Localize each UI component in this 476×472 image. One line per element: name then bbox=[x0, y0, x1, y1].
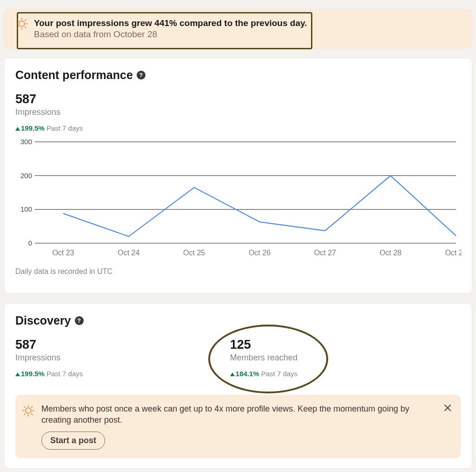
lightbulb-icon bbox=[22, 404, 35, 417]
svg-line-7 bbox=[25, 20, 26, 20]
svg-text:Oct 27: Oct 27 bbox=[314, 249, 336, 257]
svg-text:200: 200 bbox=[20, 172, 32, 179]
svg-text:0: 0 bbox=[28, 239, 32, 247]
stat-trend-period: Past 7 days bbox=[46, 370, 83, 378]
stat-trend-pct: 184.1% bbox=[236, 370, 259, 378]
discovery-card: Discovery ? 587 Impressions 199.5%Past 7… bbox=[4, 303, 472, 469]
start-a-post-button[interactable]: Start a post bbox=[41, 432, 105, 450]
svg-point-24 bbox=[26, 408, 31, 413]
caret-up-icon bbox=[15, 127, 20, 131]
section-title: Discovery bbox=[15, 314, 71, 327]
svg-point-0 bbox=[19, 21, 25, 27]
stat-label: Impressions bbox=[15, 107, 461, 117]
impressions-chart: 0100200300Oct 23Oct 24Oct 25Oct 26Oct 27… bbox=[15, 139, 461, 260]
stat-value: 587 bbox=[15, 92, 461, 106]
content-performance-card: Content performance ? 587 Impressions 19… bbox=[4, 58, 472, 294]
stat-trend-period: Past 7 days bbox=[261, 370, 298, 378]
lightbulb-icon bbox=[15, 17, 28, 30]
posting-tip-banner: Members who post once a week can get up … bbox=[15, 395, 461, 458]
content-performance-stat: 587 Impressions 199.5%Past 7 days bbox=[15, 92, 461, 132]
discovery-impressions-stat: 587 Impressions 199.5%Past 7 days bbox=[15, 338, 229, 385]
stat-value: 587 bbox=[15, 338, 229, 352]
caret-up-icon bbox=[15, 372, 20, 376]
banner-headline: Your post impressions grew 441% compared… bbox=[34, 18, 464, 28]
section-title: Content performance bbox=[15, 68, 133, 82]
stat-value: 125 bbox=[230, 338, 444, 352]
stat-trend: 199.5%Past 7 days bbox=[15, 124, 461, 132]
svg-line-8 bbox=[18, 27, 19, 28]
svg-line-6 bbox=[25, 27, 26, 28]
stat-trend-pct: 199.5% bbox=[21, 370, 45, 378]
svg-line-5 bbox=[18, 20, 19, 20]
help-icon[interactable]: ? bbox=[75, 316, 84, 325]
svg-text:Oct 23: Oct 23 bbox=[52, 249, 74, 257]
chart-note: Daily data is recorded in UTC bbox=[15, 267, 461, 276]
stat-trend: 199.5%Past 7 days bbox=[15, 370, 229, 378]
stat-trend: 184.1%Past 7 days bbox=[230, 370, 444, 378]
discovery-members-reached-stat: 125 Members reached 184.1%Past 7 days bbox=[229, 338, 444, 385]
impressions-growth-banner: Your post impressions grew 441% compared… bbox=[4, 9, 472, 48]
svg-text:Oct 25: Oct 25 bbox=[183, 249, 205, 257]
svg-text:100: 100 bbox=[20, 205, 32, 213]
svg-text:Oct 28: Oct 28 bbox=[380, 249, 402, 257]
svg-line-30 bbox=[32, 414, 33, 415]
caret-up-icon bbox=[230, 372, 235, 376]
stat-trend-pct: 199.5% bbox=[21, 124, 45, 132]
svg-text:300: 300 bbox=[20, 139, 32, 146]
banner-subtext: Based on data from October 28 bbox=[34, 29, 464, 40]
svg-line-29 bbox=[24, 406, 25, 407]
stat-label: Members reached bbox=[230, 353, 444, 363]
stat-label: Impressions bbox=[15, 353, 229, 363]
stat-trend-period: Past 7 days bbox=[46, 124, 83, 132]
svg-line-31 bbox=[32, 406, 33, 407]
svg-text:Oct 29: Oct 29 bbox=[445, 249, 462, 257]
help-icon[interactable]: ? bbox=[137, 71, 145, 80]
tip-text: Members who post once a week can get up … bbox=[41, 403, 438, 426]
svg-text:Oct 26: Oct 26 bbox=[249, 249, 271, 257]
close-icon[interactable] bbox=[441, 401, 454, 414]
svg-text:Oct 24: Oct 24 bbox=[118, 249, 139, 257]
svg-line-32 bbox=[24, 414, 25, 415]
